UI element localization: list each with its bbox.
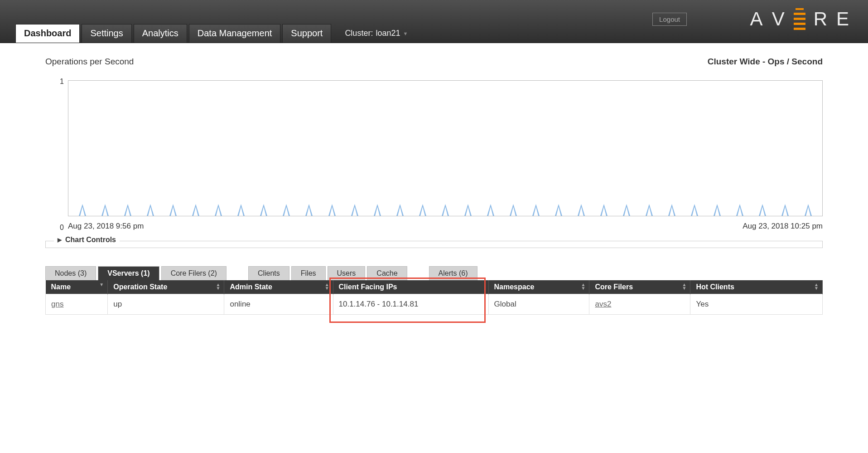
vservers-table: Name▼ Operation State▲▼ Admin State▲▼ Cl… [45, 280, 823, 315]
chevron-down-icon: ▼ [403, 31, 408, 36]
chart-controls-text: Chart Controls [65, 236, 116, 244]
chart-spikes [68, 198, 822, 216]
subtab-alerts[interactable]: Alerts (6) [429, 266, 477, 280]
col-hot-clients[interactable]: Hot Clients▲▼ [690, 280, 823, 294]
cluster-prefix: Cluster: [345, 29, 373, 38]
subtab-core-filers[interactable]: Core Filers (2) [161, 266, 227, 280]
sort-icon: ▲▼ [814, 283, 819, 290]
main-nav: Dashboard Settings Analytics Data Manage… [15, 24, 411, 43]
chart-controls-toggle[interactable]: ▶ Chart Controls [54, 236, 120, 244]
col-name[interactable]: Name▼ [46, 280, 108, 294]
sort-icon: ▲▼ [682, 283, 687, 290]
chart-controls: ▶ Chart Controls [45, 241, 823, 248]
subtab-nodes[interactable]: Nodes (3) [45, 266, 96, 280]
logout-button[interactable]: Logout [652, 13, 687, 26]
subtab-clients[interactable]: Clients [248, 266, 289, 280]
logo-letter: V [772, 8, 786, 30]
logo-letter: E [836, 8, 850, 30]
x-axis: Aug 23, 2018 9:56 pm Aug 23, 2018 10:25 … [68, 222, 823, 231]
cell-client-ips: 10.1.14.76 - 10.1.14.81 [333, 294, 488, 315]
tab-analytics[interactable]: Analytics [134, 24, 187, 43]
sub-tabs: Nodes (3) VServers (1) Core Filers (2) C… [45, 266, 823, 280]
col-admin-state[interactable]: Admin State▲▼ [224, 280, 333, 294]
cell-hot-clients: Yes [690, 294, 823, 315]
tab-support[interactable]: Support [282, 24, 331, 43]
subtab-vservers[interactable]: VServers (1) [98, 266, 159, 280]
cell-admin-state: online [224, 294, 333, 315]
tab-dashboard[interactable]: Dashboard [15, 24, 80, 43]
col-op-state[interactable]: Operation State▲▼ [108, 280, 224, 294]
chart-header: Operations per Second Cluster Wide - Ops… [45, 57, 823, 67]
subtab-files[interactable]: Files [291, 266, 326, 280]
sort-icon: ▲▼ [216, 283, 221, 290]
app-header: Logout A V R E Dashboard Settings Analyt… [0, 0, 868, 43]
cell-namespace: Global [488, 294, 589, 315]
tab-data-management[interactable]: Data Management [189, 24, 281, 43]
col-core-filers[interactable]: Core Filers▲▼ [589, 280, 690, 294]
chart-plot[interactable] [68, 80, 823, 216]
cluster-name: loan21 [376, 29, 400, 38]
logo-e-icon [794, 8, 805, 30]
tab-settings[interactable]: Settings [82, 24, 131, 43]
x-axis-min: Aug 23, 2018 9:56 pm [68, 222, 144, 231]
cluster-selector[interactable]: Cluster: loan21 ▼ [333, 29, 411, 43]
core-filer-link[interactable]: avs2 [595, 300, 611, 308]
vserver-name-link[interactable]: gns [51, 300, 63, 308]
table-wrapper: Name▼ Operation State▲▼ Admin State▲▼ Cl… [45, 280, 823, 315]
subtab-cache[interactable]: Cache [367, 266, 407, 280]
triangle-right-icon: ▶ [58, 237, 62, 243]
logo-letter: R [814, 8, 828, 30]
col-namespace[interactable]: Namespace▲▼ [488, 280, 589, 294]
sort-icon: ▲▼ [325, 283, 329, 290]
y-axis-max: 1 [60, 78, 64, 86]
chart-area: 1 0 Aug 23, 2018 9:56 pm Aug 23, 2018 10… [68, 80, 823, 231]
sort-icon: ▲▼ [581, 283, 586, 290]
chart-title-right: Cluster Wide - Ops / Second [708, 57, 823, 67]
sort-icon: ▼ [99, 283, 104, 287]
logo-letter: A [750, 8, 764, 30]
chart-title-left: Operations per Second [45, 57, 134, 67]
brand-logo: A V R E [750, 8, 850, 30]
x-axis-max: Aug 23, 2018 10:25 pm [743, 222, 823, 231]
cell-op-state: up [108, 294, 224, 315]
table-row: gns up online 10.1.14.76 - 10.1.14.81 Gl… [46, 294, 823, 315]
col-client-ips[interactable]: Client Facing IPs [333, 280, 488, 294]
y-axis-min: 0 [60, 224, 64, 232]
subtab-users[interactable]: Users [328, 266, 366, 280]
content-area: Operations per Second Cluster Wide - Ops… [0, 43, 868, 333]
